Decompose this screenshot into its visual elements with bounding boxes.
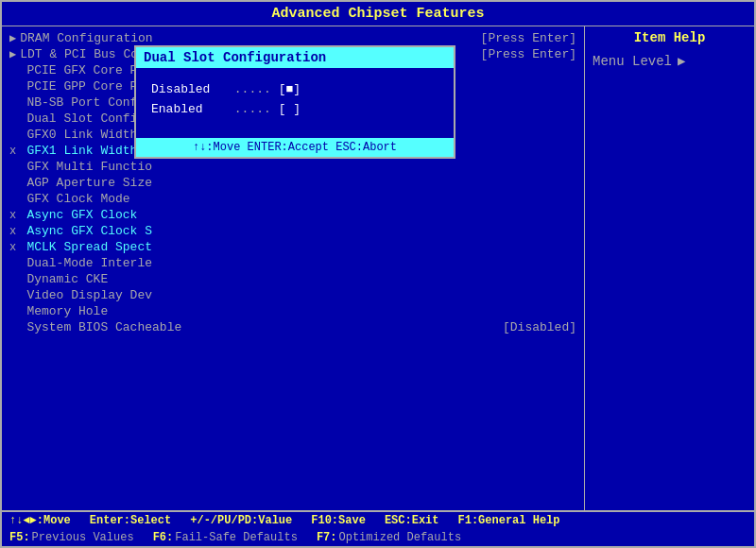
modal-body: Disabled ..... [■] Enabled ..... [ ] (136, 68, 454, 130)
key-label: F10:Save (311, 514, 366, 527)
key-f7: F7: Optimized Defaults (317, 531, 461, 544)
menu-item-label: System BIOS Cacheable (26, 320, 495, 334)
key-label: F5: (9, 531, 30, 544)
page-title: Advanced Chipset Features (271, 6, 484, 22)
arrow-icon: ▶ (9, 47, 16, 61)
modal-footer: ↑↓:Move ENTER:Accept ESC:Abort (136, 138, 454, 157)
menu-item-label: Dynamic CKE (26, 272, 576, 286)
menu-item-label: Async GFX Clock S (26, 224, 576, 238)
x-mark: x (9, 209, 23, 222)
menu-item-async-gfx-clock-s[interactable]: x Async GFX Clock S (9, 223, 576, 239)
key-label: ESC:Exit (385, 514, 439, 527)
key-label: F1:General Help (457, 514, 559, 527)
bottom-bar: ↑↓◄►:Move Enter:Select +/-/PU/PD:Value F… (2, 511, 754, 546)
key-desc: Fail-Safe Defaults (175, 531, 298, 544)
bottom-row-1: ↑↓◄►:Move Enter:Select +/-/PU/PD:Value F… (2, 512, 754, 529)
modal-dialog: Dual Slot Configuration Disabled ..... [… (134, 45, 455, 159)
modal-option-disabled[interactable]: Disabled ..... [■] (151, 79, 438, 99)
key-f1: F1:General Help (457, 514, 559, 527)
key-label: ↑↓◄►:Move (9, 514, 71, 527)
menu-item-gfx-clock-mode[interactable]: GFX Clock Mode (9, 191, 576, 207)
spacer (9, 289, 23, 302)
spacer (9, 257, 23, 270)
spacer (9, 80, 23, 94)
menu-item-label: Memory Hole (26, 304, 576, 318)
menu-item-agp-aperture[interactable]: AGP Aperture Size (9, 175, 576, 191)
dots: ..... (234, 102, 279, 116)
menu-item-value: [Disabled] (503, 320, 576, 334)
key-f5: F5: Previous Values (9, 531, 134, 544)
menu-item-label: Dual-Mode Interle (26, 256, 576, 270)
menu-item-value: [Press Enter] (481, 47, 576, 61)
menu-item-dynamic-cke[interactable]: Dynamic CKE (9, 271, 576, 287)
menu-item-video-display[interactable]: Video Display Dev (9, 287, 576, 303)
bios-screen: Advanced Chipset Features ▶ DRAM Configu… (0, 0, 756, 548)
menu-item-value: [Press Enter] (481, 31, 576, 45)
menu-item-label: Video Display Dev (26, 288, 576, 302)
option-label: Disabled (151, 82, 227, 96)
menu-item-mclk-spread[interactable]: x MCLK Spread Spect (9, 239, 576, 255)
spacer (9, 112, 23, 126)
menu-item-label: GFX Multi Functio (26, 160, 576, 174)
left-panel: ▶ DRAM Configuration [Press Enter] ▶ LDT… (2, 26, 584, 510)
modal-title: Dual Slot Configuration (136, 47, 454, 68)
menu-level: Menu Level ▶ (593, 53, 747, 69)
menu-level-label: Menu Level (593, 54, 672, 69)
menu-level-arrow-icon: ▶ (678, 53, 685, 69)
key-label: Enter:Select (90, 514, 171, 527)
key-f6: F6: Fail-Safe Defaults (153, 531, 298, 544)
bottom-row-2: F5: Previous Values F6: Fail-Safe Defaul… (2, 529, 754, 546)
key-label: +/-/PU/PD:Value (190, 514, 292, 527)
menu-item-dram-config[interactable]: ▶ DRAM Configuration [Press Enter] (9, 30, 576, 46)
key-label: F7: (317, 531, 337, 544)
dots: ..... (234, 82, 279, 96)
spacer (9, 321, 23, 334)
x-mark: x (9, 225, 23, 238)
spacer (9, 96, 23, 110)
menu-item-gfx-multi[interactable]: GFX Multi Functio (9, 159, 576, 175)
x-mark: x (9, 241, 23, 254)
menu-item-label: MCLK Spread Spect (26, 240, 576, 254)
bracket: [ ] (279, 102, 301, 116)
spacer (9, 177, 23, 190)
key-esc: ESC:Exit (385, 514, 439, 527)
menu-item-label: DRAM Configuration (20, 31, 472, 45)
menu-item-label: Async GFX Clock (26, 208, 576, 222)
spacer (9, 128, 23, 142)
bracket: [■] (279, 82, 301, 96)
spacer (9, 273, 23, 286)
right-panel: Item Help Menu Level ▶ (584, 26, 754, 510)
modal-option-enabled[interactable]: Enabled ..... [ ] (151, 99, 438, 119)
key-label: F6: (153, 531, 174, 544)
spacer (9, 64, 23, 77)
key-f10: F10:Save (311, 514, 366, 527)
menu-item-label: GFX Clock Mode (26, 192, 576, 206)
menu-item-system-bios[interactable]: System BIOS Cacheable [Disabled] (9, 319, 576, 335)
menu-item-async-gfx-clock[interactable]: x Async GFX Clock (9, 207, 576, 223)
key-desc: Previous Values (32, 531, 134, 544)
x-mark: x (9, 145, 23, 158)
title-bar: Advanced Chipset Features (2, 2, 754, 26)
key-value: +/-/PU/PD:Value (190, 514, 292, 527)
menu-item-dual-mode[interactable]: Dual-Mode Interle (9, 255, 576, 271)
spacer (9, 161, 23, 174)
spacer (9, 305, 23, 318)
spacer (9, 193, 23, 206)
key-desc: Optimized Defaults (338, 531, 461, 544)
main-content: ▶ DRAM Configuration [Press Enter] ▶ LDT… (2, 26, 754, 511)
key-select: Enter:Select (90, 514, 171, 527)
menu-item-memory-hole[interactable]: Memory Hole (9, 303, 576, 319)
menu-item-label: AGP Aperture Size (26, 176, 576, 190)
key-move: ↑↓◄►:Move (9, 514, 71, 527)
option-label: Enabled (151, 102, 227, 116)
arrow-icon: ▶ (9, 31, 16, 45)
item-help-title: Item Help (593, 30, 747, 45)
